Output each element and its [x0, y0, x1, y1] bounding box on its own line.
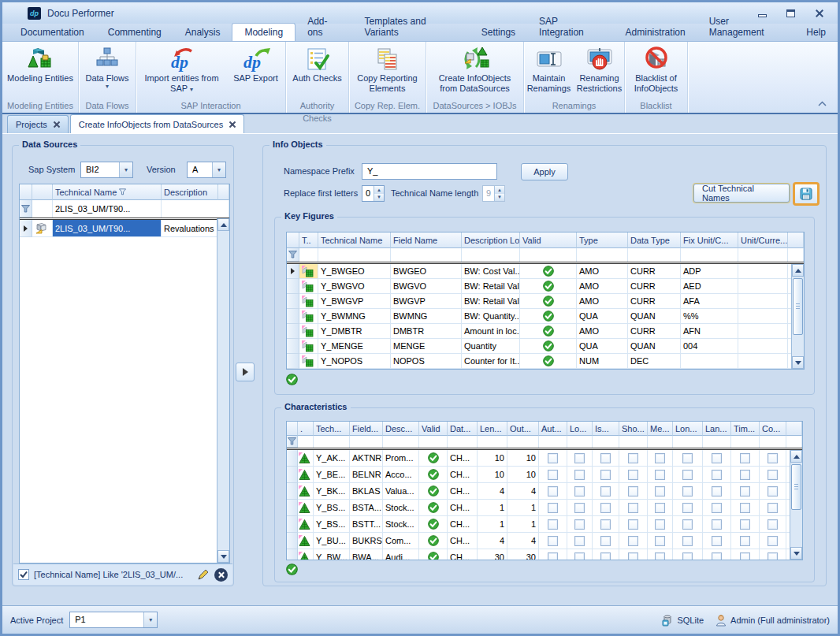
data-sources-grid-scrollbar[interactable]: [217, 218, 229, 563]
checkbox[interactable]: [574, 536, 585, 546]
checkbox[interactable]: [628, 486, 638, 497]
cell-technical-name[interactable]: Y_BE...: [314, 467, 350, 483]
cell-data-type[interactable]: CURR: [628, 279, 681, 294]
column-header-lo[interactable]: Lo...: [567, 422, 593, 436]
checkbox[interactable]: [655, 552, 665, 561]
table-row[interactable]: Y_MENGEMENGEQuantityQUAQUAN004: [287, 339, 804, 354]
tab-create-infoobjects[interactable]: Create InfoObjects from DataSources: [70, 114, 244, 133]
filter-cell[interactable]: [619, 436, 648, 448]
checkbox[interactable]: [655, 453, 665, 463]
table-row[interactable]: 2LIS_03_UM/T90...Revaluations: [20, 220, 229, 237]
filter-cell[interactable]: [628, 248, 681, 262]
checkbox[interactable]: [628, 453, 638, 463]
cell-technical-name[interactable]: Y_BWGVP: [318, 294, 391, 309]
cell-description[interactable]: Com...: [383, 533, 419, 549]
checkbox[interactable]: [574, 519, 585, 530]
cell-description[interactable]: Stock...: [383, 500, 419, 516]
replace-first-letters-stepper[interactable]: 0 ▲▼: [362, 185, 385, 202]
filter-cell[interactable]: [383, 436, 419, 448]
cell-output-length[interactable]: 10: [507, 450, 539, 467]
cell-description[interactable]: BW: Quantity...: [462, 309, 520, 324]
scroll-up-icon[interactable]: [217, 218, 229, 231]
cell-field-name[interactable]: BWA...: [350, 549, 383, 560]
checkbox[interactable]: [740, 453, 750, 463]
cell-output-length[interactable]: 1: [507, 516, 539, 533]
characteristics-scrollbar[interactable]: [790, 450, 802, 560]
scroll-down-icon[interactable]: [217, 550, 229, 563]
table-row[interactable]: Y_BWGEOBWGEOBW: Cost Val...AMOCURRADP: [287, 264, 804, 279]
filter-funnel-icon[interactable]: [287, 436, 298, 448]
checkbox[interactable]: [682, 470, 693, 480]
menu-tab-user-management[interactable]: User Management: [697, 13, 795, 41]
cell-field-name[interactable]: AKTNR: [350, 450, 383, 467]
checkbox[interactable]: [548, 470, 558, 480]
cell-data-type[interactable]: CH...: [448, 450, 478, 467]
cell-technical-name[interactable]: Y_BWGEO: [318, 264, 391, 279]
filter-cell[interactable]: [298, 436, 314, 448]
column-header-co[interactable]: Co...: [760, 422, 786, 436]
menu-tab-documentation[interactable]: Documentation: [9, 24, 96, 41]
cell-field-name[interactable]: BWMNG: [391, 309, 462, 324]
checkbox[interactable]: [712, 453, 722, 463]
filter-cell[interactable]: [648, 436, 673, 448]
column-header-me[interactable]: Me...: [648, 422, 673, 436]
filter-cell[interactable]: [539, 436, 567, 448]
cell-field-name[interactable]: BWGEO: [391, 264, 462, 279]
scroll-thumb[interactable]: [791, 464, 801, 510]
checkbox[interactable]: [655, 486, 665, 497]
checkbox[interactable]: [600, 453, 611, 463]
close-tab-icon[interactable]: [229, 121, 236, 128]
filter-cell[interactable]: [593, 436, 619, 448]
namespace-prefix-input[interactable]: Y_: [362, 163, 497, 180]
scroll-up-icon[interactable]: [792, 264, 804, 277]
checkbox[interactable]: [768, 486, 778, 497]
checkbox[interactable]: [548, 503, 558, 513]
column-header-technical-name[interactable]: Technical Name: [318, 232, 391, 248]
filter-cell[interactable]: [731, 436, 760, 448]
column-header-valid[interactable]: Valid: [419, 422, 448, 436]
checkbox[interactable]: [740, 536, 750, 546]
checkbox[interactable]: [628, 552, 638, 561]
menu-tab-add-ons[interactable]: Add-ons: [295, 13, 352, 41]
column-header[interactable]: [32, 184, 53, 200]
stepper-down-icon[interactable]: ▼: [374, 194, 384, 202]
cell-data-type[interactable]: CH...: [448, 533, 478, 549]
checkbox[interactable]: [712, 486, 722, 497]
column-header-data-type[interactable]: Data Type: [628, 232, 681, 248]
cell-unit-currency[interactable]: [738, 279, 788, 294]
column-header-sho[interactable]: Sho...: [619, 422, 648, 436]
filter-cell[interactable]: [520, 248, 577, 262]
transfer-right-button[interactable]: [236, 363, 255, 381]
cell-data-type[interactable]: CURR: [628, 324, 681, 339]
filter-cell[interactable]: [419, 436, 448, 448]
cell-technical-name[interactable]: Y_BK...: [314, 483, 350, 500]
menu-tab-commenting[interactable]: Commenting: [96, 24, 173, 41]
cell-length[interactable]: 4: [478, 483, 507, 500]
table-row[interactable]: Y_BS...BSTA...Stock...CH...11: [287, 500, 802, 516]
stepper-up-icon[interactable]: ▲: [374, 186, 384, 194]
checkbox[interactable]: [740, 552, 750, 561]
checkbox[interactable]: [682, 552, 693, 561]
checkbox[interactable]: [574, 552, 585, 561]
column-header-aut[interactable]: Aut...: [539, 422, 567, 436]
checkbox[interactable]: [548, 453, 558, 463]
chevron-down-icon[interactable]: ▾: [143, 612, 157, 627]
cell-fix-unit[interactable]: 004: [681, 339, 738, 354]
cell-description[interactable]: Stock...: [383, 516, 419, 533]
column-header-lan[interactable]: Lan...: [703, 422, 731, 436]
cell-field-name[interactable]: BWGVO: [391, 279, 462, 294]
menu-tab-help[interactable]: Help: [794, 24, 838, 41]
checkbox[interactable]: [712, 470, 722, 480]
cell-description[interactable]: Prom...: [383, 450, 419, 467]
scroll-thumb[interactable]: [793, 278, 803, 335]
checkbox[interactable]: [600, 519, 611, 530]
checkbox[interactable]: [682, 503, 693, 513]
checkbox[interactable]: [682, 519, 693, 530]
column-header-[interactable]: .: [298, 422, 314, 436]
cell-data-type[interactable]: CURR: [628, 294, 681, 309]
column-header-dat[interactable]: Dat...: [448, 422, 478, 436]
filter-cell[interactable]: [318, 248, 391, 262]
checkbox[interactable]: [574, 470, 585, 480]
cell-field-name[interactable]: DMBTR: [391, 324, 462, 339]
checkbox[interactable]: [740, 486, 750, 497]
